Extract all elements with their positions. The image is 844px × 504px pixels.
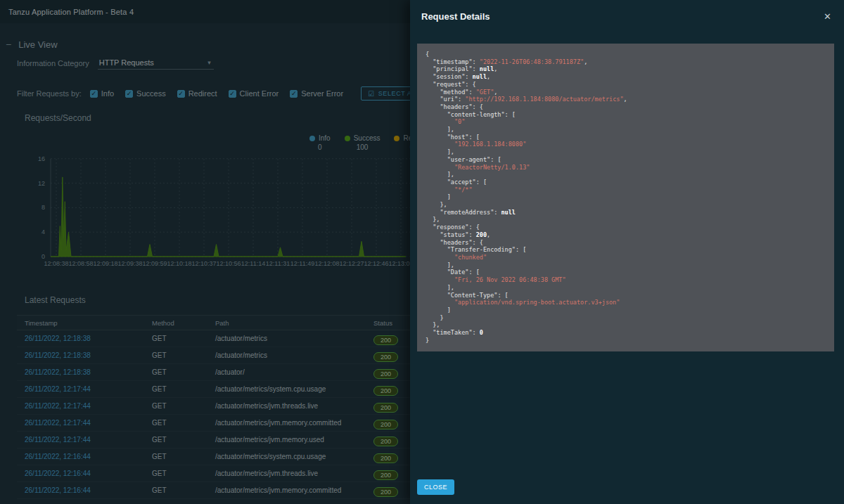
request-json-code: { "timestamp": "2022-11-26T06:48:38.7911… [417,44,834,351]
request-details-panel: Request Details ✕ { "timestamp": "2022-1… [410,0,844,504]
panel-header: Request Details ✕ [410,0,844,29]
close-button[interactable]: CLOSE [417,479,454,495]
panel-title: Request Details [421,11,490,22]
close-icon[interactable]: ✕ [824,11,831,22]
